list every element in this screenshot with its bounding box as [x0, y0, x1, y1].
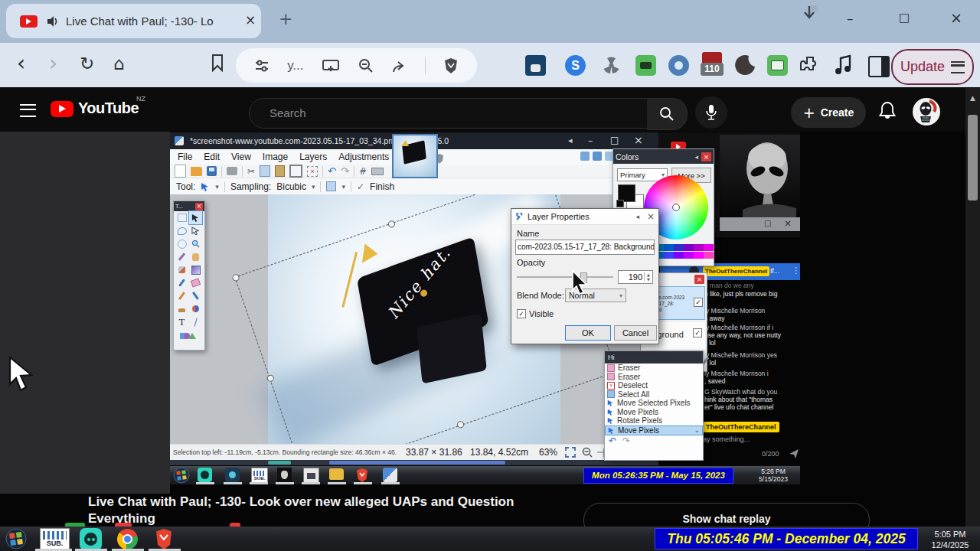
recorded-sub-icon[interactable]: SUB.: [251, 468, 268, 484]
history-titlebar[interactable]: Hi: [605, 351, 703, 364]
tool-pan[interactable]: [189, 250, 202, 263]
ext-darkmode-icon[interactable]: [735, 54, 756, 76]
zoom-out-small-icon[interactable]: [582, 447, 593, 458]
window-minimize[interactable]: –: [847, 11, 854, 26]
tab-close-icon[interactable]: ×: [245, 12, 256, 28]
taskbar-sub-icon[interactable]: SUB.: [40, 528, 70, 550]
chat-pinned-menu-icon[interactable]: ⋮: [792, 266, 800, 276]
canvas-hscrollbar[interactable]: [170, 460, 658, 465]
address-text[interactable]: y...: [287, 58, 303, 73]
status-zoom[interactable]: 63%: [539, 447, 557, 458]
paint-pin-icon[interactable]: ◂: [568, 135, 573, 145]
image-thumbnail-tab[interactable]: [392, 134, 438, 178]
taskbar-obs-icon[interactable]: [80, 528, 102, 550]
sampling-value[interactable]: Bicubic: [276, 181, 306, 192]
history-item[interactable]: ×Deselect: [605, 381, 703, 390]
sampling-caret-icon[interactable]: ▾: [312, 183, 315, 191]
tray-arrow-icon[interactable]: [799, 5, 819, 26]
history-undo-icon[interactable]: ↶: [609, 435, 616, 446]
paste-icon[interactable]: [275, 165, 285, 177]
recorded-obs-icon[interactable]: [198, 468, 212, 482]
search-input[interactable]: Search: [249, 98, 648, 129]
ext-robot-icon[interactable]: [525, 55, 546, 76]
tool-lasso-select[interactable]: [175, 224, 188, 237]
new-tab-button[interactable]: +: [279, 9, 292, 28]
history-item[interactable]: Move Selected Pixels: [605, 399, 703, 408]
crop-icon[interactable]: [289, 165, 302, 178]
tool-move-pixels[interactable]: [189, 211, 202, 224]
home-button[interactable]: ⌂: [113, 54, 125, 73]
history-scroll-down-icon[interactable]: ⌄: [694, 426, 700, 434]
cancel-button[interactable]: Cancel: [614, 325, 657, 341]
deselect-icon[interactable]: ×: [307, 166, 318, 177]
browser-menu-icon[interactable]: [951, 61, 965, 73]
history-redo-icon[interactable]: ↷: [622, 435, 630, 446]
new-file-icon[interactable]: [175, 165, 186, 178]
recorded-paint-icon[interactable]: [383, 468, 397, 482]
cut-icon[interactable]: ✂: [247, 166, 255, 177]
taskbar-chrome-icon[interactable]: [117, 529, 138, 549]
youtube-logo-text[interactable]: YouTube: [78, 99, 139, 117]
visible-checkbox-row[interactable]: ✓ Visible: [517, 309, 554, 318]
opacity-spinner[interactable]: 190 ▲ ▼: [618, 270, 653, 284]
search-button[interactable]: [647, 98, 688, 130]
layer-visible-checkbox[interactable]: ✓: [694, 298, 703, 307]
brave-shields-icon[interactable]: [443, 57, 459, 74]
menu-image[interactable]: Image: [263, 150, 288, 164]
finish-label[interactable]: Finish: [370, 181, 394, 192]
guide-menu-icon[interactable]: [20, 104, 36, 117]
ext-adblock-icon[interactable]: 110: [701, 52, 724, 78]
extensions-puzzle-icon[interactable]: [799, 54, 821, 76]
update-button[interactable]: Update: [891, 49, 974, 85]
browser-tab[interactable]: Live Chat with Paul; -130- Lo ×: [6, 4, 261, 38]
bookmark-icon[interactable]: [210, 54, 225, 72]
tool-text[interactable]: T: [175, 315, 188, 328]
history-item[interactable]: Rotate Pixels: [605, 416, 703, 425]
taskbar-brave-icon[interactable]: [154, 528, 174, 550]
tool-eraser[interactable]: [189, 276, 202, 289]
window-close[interactable]: ×: [950, 9, 962, 26]
forward-button[interactable]: ›: [49, 51, 57, 76]
ext-zombie-icon[interactable]: [635, 55, 656, 76]
tool-shapes[interactable]: [174, 329, 201, 343]
notifications-bell-icon[interactable]: [877, 100, 897, 122]
avatar[interactable]: [913, 98, 940, 126]
redo-icon[interactable]: ↷: [341, 165, 349, 177]
recorded-folder-icon[interactable]: [329, 468, 344, 480]
history-item[interactable]: Eraser: [605, 364, 703, 373]
history-item[interactable]: Select All: [605, 390, 703, 399]
scrollbar-up-icon[interactable]: ▲: [965, 88, 980, 102]
copy-icon[interactable]: [260, 165, 270, 177]
tools-close-icon[interactable]: ×: [195, 203, 203, 210]
back-button[interactable]: ‹: [17, 51, 25, 76]
dialog-titlebar[interactable]: Layer Properties ◂ ×: [511, 209, 658, 225]
colors-pin-icon[interactable]: ◂: [694, 153, 698, 161]
open-file-icon[interactable]: [191, 167, 202, 176]
menu-edit[interactable]: Edit: [204, 150, 220, 164]
zoom-fit-icon[interactable]: [565, 447, 576, 458]
paint-minimize[interactable]: –: [588, 135, 593, 146]
tool-magic-wand[interactable]: [175, 250, 188, 263]
ext-radiation-icon[interactable]: [601, 55, 622, 76]
colors-titlebar[interactable]: Colors ◂ ×: [613, 149, 714, 164]
page-scrollbar[interactable]: ▲: [965, 88, 980, 527]
chat-send-icon[interactable]: [789, 448, 799, 459]
voice-search-button[interactable]: [695, 96, 727, 129]
tool-move-selection[interactable]: [189, 224, 202, 237]
spin-down-icon[interactable]: ▼: [645, 277, 652, 282]
selection-mode-icon[interactable]: [326, 181, 336, 191]
recorded-alien-icon[interactable]: [277, 468, 292, 482]
tool-stamp[interactable]: [175, 302, 188, 315]
window-maximize[interactable]: □: [899, 11, 910, 24]
tool-clone[interactable]: [189, 302, 202, 315]
colors-close-icon[interactable]: ×: [701, 152, 711, 161]
recorded-app5-icon[interactable]: [303, 468, 319, 484]
toggle-history-icon[interactable]: [593, 152, 602, 161]
dialog-close-icon[interactable]: ×: [647, 211, 655, 222]
tools-titlebar[interactable]: T... ×: [174, 201, 204, 211]
opacity-value[interactable]: 190: [619, 272, 644, 282]
tab-audio-icon[interactable]: [46, 15, 60, 28]
ext-green-robot-icon[interactable]: [767, 55, 788, 76]
recorded-brave-icon[interactable]: [355, 468, 369, 483]
taskbar-clock[interactable]: 5:05 PM 12/4/2025: [922, 529, 978, 550]
